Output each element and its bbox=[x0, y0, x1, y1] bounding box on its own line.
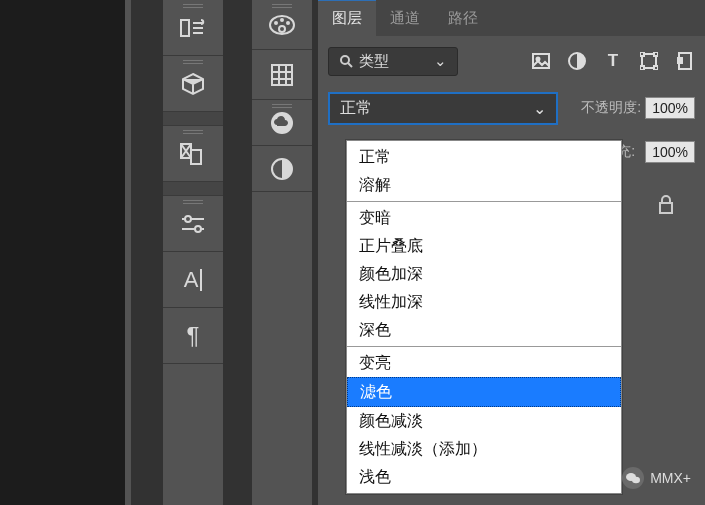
tab-layers[interactable]: 图层 bbox=[318, 0, 376, 36]
panel-strip-b bbox=[252, 0, 312, 505]
paragraph-button[interactable]: ¶ bbox=[163, 308, 223, 364]
blend-option[interactable]: 颜色减淡 bbox=[347, 407, 621, 435]
blend-option[interactable]: 滤色 bbox=[347, 377, 621, 407]
filter-type-dropdown[interactable]: 类型 ⌄ bbox=[328, 47, 458, 76]
svg-rect-14 bbox=[533, 54, 549, 68]
tab-paths[interactable]: 路径 bbox=[434, 0, 492, 36]
character-button[interactable]: A bbox=[163, 252, 223, 308]
svg-rect-2 bbox=[191, 150, 201, 164]
svg-rect-18 bbox=[640, 52, 644, 56]
blend-option[interactable]: 线性减淡（添加） bbox=[347, 435, 621, 463]
cloud-button[interactable] bbox=[252, 100, 312, 146]
fill-value[interactable]: 100% bbox=[645, 141, 695, 163]
filter-type-icon[interactable]: T bbox=[603, 51, 623, 71]
canvas-area bbox=[0, 0, 131, 505]
svg-rect-20 bbox=[640, 66, 644, 70]
search-icon bbox=[339, 54, 353, 68]
panel-tabs: 图层 通道 路径 bbox=[318, 0, 705, 36]
3d-button[interactable] bbox=[163, 56, 223, 112]
svg-rect-24 bbox=[660, 203, 672, 213]
svg-rect-21 bbox=[654, 66, 658, 70]
opacity-label: 不透明度: bbox=[581, 99, 641, 117]
blend-option[interactable]: 变亮 bbox=[347, 349, 621, 377]
blend-option[interactable]: 浅色 bbox=[347, 463, 621, 491]
filter-adjust-icon[interactable] bbox=[567, 51, 587, 71]
svg-point-6 bbox=[274, 21, 278, 25]
svg-rect-23 bbox=[677, 58, 682, 63]
svg-rect-19 bbox=[654, 52, 658, 56]
svg-point-9 bbox=[279, 26, 285, 32]
history-button[interactable] bbox=[163, 0, 223, 56]
filter-smart-icon[interactable] bbox=[675, 51, 695, 71]
blend-mode-value: 正常 bbox=[340, 98, 372, 119]
watermark: MMX+ bbox=[622, 467, 691, 489]
blend-option[interactable]: 正片叠底 bbox=[347, 232, 621, 260]
blend-row: 正常 ⌄ 不透明度: 100% bbox=[318, 86, 705, 130]
svg-rect-10 bbox=[272, 65, 292, 85]
wechat-icon bbox=[622, 467, 644, 489]
grid-button[interactable] bbox=[252, 50, 312, 100]
blend-option[interactable]: 变暗 bbox=[347, 204, 621, 232]
blend-option[interactable]: 颜色加深 bbox=[347, 260, 621, 288]
filter-shape-icon[interactable] bbox=[639, 51, 659, 71]
svg-point-26 bbox=[632, 477, 640, 483]
svg-point-3 bbox=[185, 216, 191, 222]
swatches-button[interactable] bbox=[252, 0, 312, 50]
chevron-down-icon: ⌄ bbox=[533, 99, 546, 118]
blend-option[interactable]: 溶解 bbox=[347, 171, 621, 199]
svg-point-7 bbox=[280, 18, 284, 22]
design-button[interactable] bbox=[163, 126, 223, 182]
blend-mode-menu[interactable]: 正常溶解变暗正片叠底颜色加深线性加深深色变亮滤色颜色减淡线性减淡（添加）浅色 bbox=[346, 140, 622, 494]
filter-type-label: 类型 bbox=[359, 52, 389, 71]
watermark-text: MMX+ bbox=[650, 470, 691, 486]
blend-option[interactable]: 深色 bbox=[347, 316, 621, 344]
chevron-down-icon: ⌄ bbox=[434, 52, 447, 70]
tab-channels[interactable]: 通道 bbox=[376, 0, 434, 36]
blend-option[interactable]: 线性加深 bbox=[347, 288, 621, 316]
svg-point-4 bbox=[195, 226, 201, 232]
filter-pixel-icon[interactable] bbox=[531, 51, 551, 71]
opacity-value[interactable]: 100% bbox=[645, 97, 695, 119]
blend-option[interactable]: 正常 bbox=[347, 143, 621, 171]
filter-row: 类型 ⌄ T bbox=[318, 36, 705, 86]
svg-point-8 bbox=[286, 21, 290, 25]
svg-point-13 bbox=[341, 56, 349, 64]
adjust-button[interactable] bbox=[163, 196, 223, 252]
blend-mode-dropdown[interactable]: 正常 ⌄ bbox=[328, 92, 558, 125]
panel-strip-a: A ¶ bbox=[163, 0, 223, 505]
lock-icon bbox=[657, 194, 675, 214]
contrast-button[interactable] bbox=[252, 146, 312, 192]
svg-rect-0 bbox=[181, 20, 189, 36]
